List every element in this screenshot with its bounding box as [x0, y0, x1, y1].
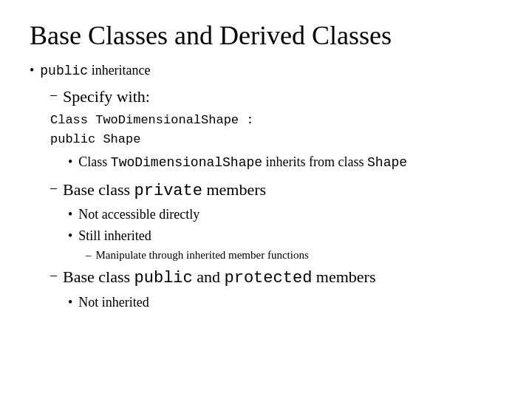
- sub-bullet-still-inherited: • Still inherited: [68, 227, 502, 245]
- sub-sub-dash-marker: –: [86, 248, 92, 263]
- dash3-content: Base class public and protected members: [63, 266, 376, 290]
- code-line1: Class TwoDimensionalShape :: [50, 111, 502, 130]
- sub-bullet4-text: Not inherited: [78, 293, 149, 312]
- dash3-middle: and: [193, 267, 225, 286]
- sub-bullet2-text: Not accessible directly: [78, 205, 200, 224]
- bullet1-content: public inheritance: [40, 61, 150, 81]
- sub-bullet-not-accessible: • Not accessible directly: [68, 205, 502, 224]
- slide-title: Base Classes and Derived Classes: [30, 21, 502, 51]
- sub-bullet-inherits: • Class TwoDimensionalShape inherits fro…: [68, 153, 502, 172]
- sub-bullet-marker-3: •: [68, 227, 72, 245]
- dash3-prefix: Base class: [63, 267, 134, 286]
- sub-bullet3-text: Still inherited: [78, 227, 151, 245]
- dash-public-protected-members: – Base class public and protected member…: [50, 266, 502, 290]
- dash3-code1: public: [134, 269, 193, 287]
- dash2-content: Base class private members: [63, 179, 266, 203]
- sub-bullet-marker-1: •: [68, 153, 72, 171]
- dash3-suffix: members: [312, 267, 375, 286]
- sub-bullet1-text1: Class: [78, 154, 111, 169]
- code-block: Class TwoDimensionalShape : public Shape: [50, 111, 502, 149]
- sub-bullet1-code1: TwoDimensionalShape: [111, 155, 262, 170]
- bullet1-code: public: [40, 64, 88, 78]
- sub-bullet-not-inherited: • Not inherited: [68, 293, 502, 312]
- dash3-code2: protected: [225, 269, 313, 287]
- bullet1-text: inheritance: [88, 63, 150, 78]
- dash2-code: private: [134, 182, 202, 200]
- dash-marker-3: –: [50, 266, 57, 284]
- dash-marker-1: –: [50, 86, 57, 104]
- bullet-marker-1: •: [30, 61, 34, 80]
- dash2-suffix: members: [202, 180, 266, 199]
- code-line2: public Shape: [50, 130, 502, 149]
- dash2-prefix: Base class: [63, 180, 134, 199]
- dash1-text: Specify with:: [63, 86, 150, 109]
- dash-marker-2: –: [50, 179, 57, 197]
- sub-bullet1-content: Class TwoDimensionalShape inherits from …: [78, 153, 407, 172]
- sub-sub-manipulate: – Manipulate through inherited member fu…: [86, 248, 502, 263]
- sub-bullet1-mid: inherits from class: [262, 154, 367, 169]
- dash-specify-with: – Specify with:: [50, 86, 502, 109]
- sub-bullet-marker-4: •: [68, 293, 72, 312]
- sub-sub1-text: Manipulate through inherited member func…: [96, 248, 309, 263]
- sub-bullet1-code2: Shape: [367, 155, 407, 170]
- slide: Base Classes and Derived Classes • publi…: [0, 0, 532, 399]
- sub-bullet-marker-2: •: [68, 205, 72, 224]
- dash-private-members: – Base class private members: [50, 179, 502, 203]
- bullet-public-inheritance: • public inheritance: [30, 61, 502, 81]
